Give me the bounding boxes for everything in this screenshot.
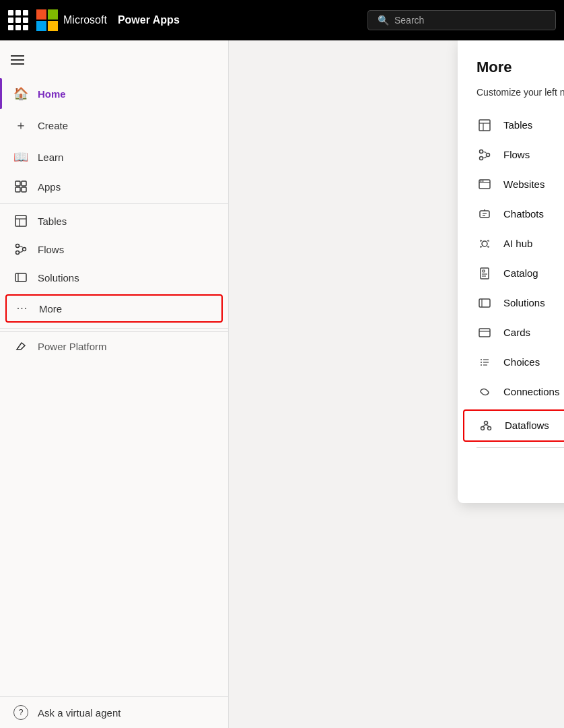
sidebar-item-apps[interactable]: Apps	[0, 172, 228, 201]
tables-icon	[13, 215, 28, 227]
sidebar-divider-1	[0, 203, 228, 204]
tables-panel-icon	[477, 119, 493, 131]
sidebar-item-flows-label: Flows	[38, 244, 64, 255]
more-panel-subtitle: Customize your left navigation items for…	[458, 86, 564, 110]
websites-panel-label: Websites	[503, 178, 564, 190]
more-panel-item-cards[interactable]: Cards	[458, 318, 564, 348]
sidebar-item-home[interactable]: 🏠 Home	[0, 78, 228, 109]
hamburger-button[interactable]	[0, 46, 228, 78]
connections-panel-icon	[477, 386, 493, 398]
catalog-panel-label: Catalog	[503, 267, 564, 279]
sidebar-item-solutions-label: Solutions	[38, 272, 79, 284]
more-panel-title: More	[477, 59, 512, 76]
more-panel-item-tables[interactable]: Tables	[458, 110, 564, 140]
svg-point-43	[488, 426, 491, 430]
svg-rect-27	[481, 268, 489, 279]
search-input[interactable]	[394, 15, 546, 26]
sidebar-bottom: Power Platform	[0, 331, 228, 360]
app-name: Power Apps	[118, 14, 180, 26]
svg-rect-12	[479, 120, 490, 131]
chatbots-panel-icon	[477, 208, 493, 220]
waffle-menu[interactable]	[8, 10, 28, 30]
sidebar-item-create-label: Create	[38, 120, 68, 131]
more-panel-item-chatbots[interactable]: Chatbots	[458, 199, 564, 229]
more-panel-divider	[477, 447, 564, 448]
sidebar-item-tables-label: Tables	[38, 216, 67, 227]
sidebar-item-ask-agent-label: Ask a virtual agent	[38, 707, 120, 719]
svg-point-42	[481, 426, 485, 430]
svg-point-21	[483, 180, 484, 182]
sidebar-item-apps-label: Apps	[38, 181, 61, 193]
sidebar-item-flows[interactable]: Flows	[0, 235, 228, 263]
flows-panel-icon	[477, 149, 493, 161]
sidebar-item-tables[interactable]: Tables	[0, 207, 228, 235]
more-panel-item-aihub[interactable]: AI hub	[458, 229, 564, 259]
svg-rect-33	[479, 329, 490, 337]
sidebar-item-home-label: Home	[38, 88, 66, 100]
svg-rect-31	[479, 299, 490, 307]
svg-rect-28	[483, 270, 485, 272]
svg-point-20	[481, 180, 482, 182]
dataflows-panel-label: Dataflows	[505, 420, 564, 431]
svg-line-44	[483, 424, 486, 426]
power-platform-icon	[13, 340, 28, 352]
sidebar-item-learn[interactable]: 📖 Learn	[0, 141, 228, 172]
connections-panel-label: Connections	[503, 386, 564, 397]
svg-line-45	[486, 424, 489, 426]
svg-rect-4	[15, 216, 26, 226]
aihub-panel-label: AI hub	[503, 238, 564, 249]
svg-rect-3	[22, 187, 26, 192]
solutions-panel-label: Solutions	[503, 297, 564, 308]
tables-panel-label: Tables	[503, 119, 564, 131]
sidebar-item-power-platform-label: Power Platform	[38, 341, 107, 352]
svg-point-26	[482, 241, 487, 246]
microsoft-logo	[36, 9, 58, 31]
flows-icon	[13, 243, 28, 255]
svg-rect-22	[480, 211, 489, 218]
apps-icon	[13, 180, 28, 193]
more-panel: More ✕ Customize your left navigation it…	[458, 40, 564, 503]
svg-point-8	[23, 248, 26, 251]
sidebar-item-ask-agent[interactable]: ? Ask a virtual agent	[0, 696, 228, 728]
svg-rect-10	[15, 273, 26, 282]
sidebar-item-power-platform[interactable]: Power Platform	[0, 332, 228, 360]
more-panel-item-catalog[interactable]: Catalog	[458, 259, 564, 288]
topbar: Microsoft Power Apps 🔍	[0, 0, 564, 40]
main-layout: 🏠 Home ＋ Create 📖 Learn Apps	[0, 40, 564, 728]
aihub-panel-icon	[477, 238, 493, 250]
more-panel-item-flows[interactable]: Flows	[458, 140, 564, 170]
choices-panel-label: Choices	[503, 356, 564, 368]
more-panel-item-choices[interactable]: Choices	[458, 348, 564, 377]
more-panel-header: More ✕	[458, 40, 564, 86]
solutions-icon	[13, 271, 28, 284]
more-panel-item-websites[interactable]: Websites	[458, 170, 564, 199]
sidebar: 🏠 Home ＋ Create 📖 Learn Apps	[0, 40, 229, 728]
sidebar-item-create[interactable]: ＋ Create	[0, 109, 228, 141]
svg-rect-0	[15, 181, 20, 186]
brand-name: Microsoft	[63, 14, 107, 26]
more-panel-item-dataflows[interactable]: Dataflows	[463, 409, 564, 442]
ask-agent-icon: ?	[13, 705, 28, 720]
learn-icon: 📖	[13, 150, 28, 164]
cards-panel-label: Cards	[503, 327, 564, 338]
more-panel-item-connections[interactable]: Connections	[458, 377, 564, 407]
search-box[interactable]: 🔍	[367, 10, 556, 30]
websites-panel-icon	[477, 178, 493, 191]
sidebar-item-solutions[interactable]: Solutions	[0, 263, 228, 292]
more-panel-item-solutions[interactable]: Solutions	[458, 288, 564, 318]
svg-rect-2	[15, 187, 20, 192]
dataflows-panel-icon	[478, 420, 494, 432]
svg-point-16	[487, 153, 490, 156]
sidebar-item-more-label: More	[39, 303, 62, 315]
search-icon: 🔍	[378, 15, 389, 26]
sidebar-item-more[interactable]: ··· More	[5, 294, 223, 323]
sidebar-item-learn-label: Learn	[38, 152, 63, 163]
svg-point-15	[480, 150, 483, 153]
catalog-panel-icon	[477, 267, 493, 279]
home-icon: 🏠	[13, 86, 28, 101]
chatbots-panel-label: Chatbots	[503, 208, 564, 220]
choices-panel-icon	[477, 356, 493, 368]
content-area: More ✕ Customize your left navigation it…	[229, 40, 564, 728]
svg-point-41	[485, 421, 488, 424]
solutions-panel-icon	[477, 297, 493, 309]
